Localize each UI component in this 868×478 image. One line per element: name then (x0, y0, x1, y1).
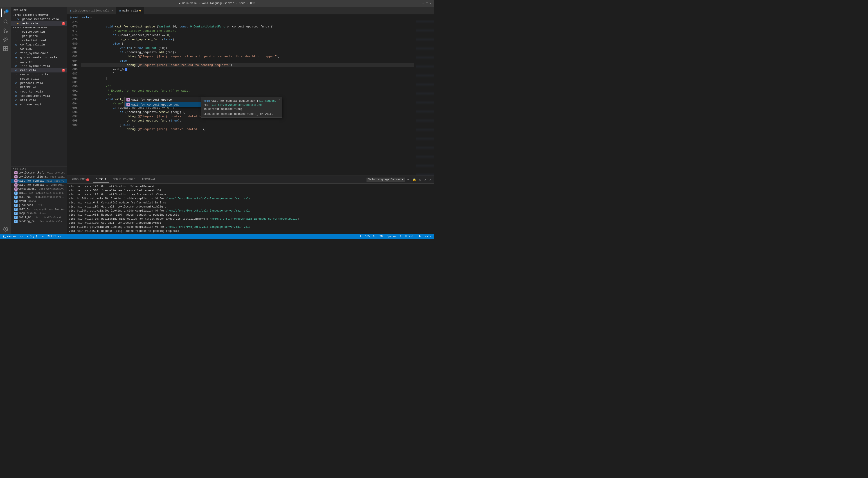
panel-wrap-icon[interactable]: ≡ (406, 177, 410, 182)
file-config-vala[interactable]: ◷ config.vala.in (11, 42, 67, 47)
panel-tab-output[interactable]: OUTPUT (93, 176, 109, 183)
file-list-symbols[interactable]: ◷ list_symbols.vala (11, 64, 67, 68)
outline-chevron: ▾ (12, 168, 14, 170)
outline-event[interactable]: F event ulong (11, 199, 67, 203)
outline-label: OUTLINE (15, 168, 26, 170)
open-editors-section[interactable]: ▾ OPEN EDITORS 1 UNSAVED (11, 13, 67, 17)
autocomplete-dropdown[interactable]: M wait_for_context_update M wait_for_con… (124, 97, 201, 107)
file-protocol[interactable]: ◷ protocol.vala (11, 81, 67, 85)
settings-activity-icon[interactable] (1, 226, 9, 234)
file-lint[interactable]: · lint.sh (11, 60, 67, 64)
titlebar-controls[interactable]: ─ □ ✕ (423, 2, 432, 5)
outline-textDocumentReferences[interactable]: M textDocumentReferences void textDocu..… (11, 171, 67, 175)
file-copying[interactable]: · COPYING (11, 47, 67, 51)
open-editors-chevron: ▾ (12, 14, 14, 17)
outline-g-sources[interactable]: F g_sources uint[] (11, 203, 67, 207)
status-branch-label: master (7, 235, 17, 238)
tab-girdoc-icon: ◷ (70, 9, 71, 12)
search-activity-icon[interactable] (1, 18, 9, 26)
code-content[interactable]: void wait_for_context_update (Variant id… (80, 20, 416, 176)
outline-notif-handlers[interactable]: F notif_handlers GLib.HashTable<string,V… (11, 215, 67, 219)
titlebar: ● main.vala - vala-language-server - Cod… (0, 0, 434, 7)
file-util[interactable]: ◷ util.vala (11, 98, 67, 102)
status-line-ending[interactable]: LF (417, 235, 422, 238)
panel-link-main2[interactable]: /home/pferro/Projects/vala-language-serv… (166, 209, 250, 212)
outline-textDocumentSignatureHelp[interactable]: M textDocumentSignatureHelp void textDo.… (11, 175, 67, 179)
field-icon: F (14, 200, 18, 203)
status-encoding-label: UTF-8 (405, 235, 413, 238)
autocomplete-detail-close-button[interactable]: ✕ (279, 98, 280, 101)
breadcrumb-file[interactable]: ◷ main.vala (70, 16, 89, 19)
autocomplete-item-label-2: wait_for_context_update_aux (131, 103, 179, 107)
file-vala-lint[interactable]: · .vala-lint.conf (11, 38, 67, 42)
open-editor-main[interactable]: ● main.vala 3 (11, 21, 67, 26)
minimize-icon[interactable]: ─ (423, 2, 424, 5)
outline-wait-for-context-update-aux[interactable]: M wait_for_context_update_aux void wait_… (11, 183, 67, 187)
file-editorconfig[interactable]: · .editor.config (11, 30, 67, 34)
svg-point-4 (4, 31, 5, 33)
outline-init-params[interactable]: F init_params LanguageServer.InitializeP… (11, 207, 67, 211)
panel-link-meson1[interactable]: /home/pferro/Projects/vala-language-serv… (210, 217, 298, 220)
outline-call-handlers[interactable]: F call_handlers GLib.HashTable<string,Vl… (11, 195, 67, 199)
panel-clear-icon[interactable]: ⊡ (418, 177, 422, 182)
panel-output-selector[interactable]: Vala Language Server ▾ (367, 178, 405, 182)
file-windows[interactable]: ◷ windows.vapi (11, 102, 67, 107)
autocomplete-item-wait-for-context-update[interactable]: M wait_for_context_update (125, 97, 201, 102)
status-branch[interactable]: master (2, 235, 17, 238)
minimap[interactable] (416, 20, 434, 176)
autocomplete-item-label-1: wait_for_context_update (131, 98, 172, 101)
status-encoding[interactable]: UTF-8 (405, 235, 414, 238)
file-meson-build[interactable]: · meson.build (11, 77, 67, 81)
svg-point-15 (3, 235, 4, 236)
panel-tab-problems[interactable]: PROBLEMS3 (69, 176, 92, 183)
panel-link-main1[interactable]: /home/pferro/Projects/vala-language-serv… (166, 197, 250, 200)
status-spaces[interactable]: Spaces: 4 (386, 235, 402, 238)
project-section[interactable]: ▾ VALA-LANGUAGE-SERVER (11, 26, 67, 30)
file-girdoc[interactable]: ◷ girdocumentation.vala (11, 55, 67, 60)
outline-workspaceSymbol[interactable]: M workspaceSymbol void workspaceSymbol..… (11, 187, 67, 191)
outline-builds[interactable]: F builds Gee.HashSet<Vls.BuildTarget> (11, 191, 67, 195)
status-cursor[interactable]: Ln 685, Col 20 (359, 235, 383, 238)
outline-wait-for-context-update[interactable]: M wait_for_context_update void wait_for_… (11, 179, 67, 183)
file-find-symbol[interactable]: ◷ find_symbol.vala (11, 51, 67, 55)
svg-rect-10 (6, 47, 8, 49)
panel-close-icon[interactable]: ✕ (429, 177, 432, 182)
outline-section-header[interactable]: ▾ OUTLINE (11, 167, 67, 171)
source-control-activity-icon[interactable] (1, 27, 9, 35)
maximize-icon[interactable]: □ (426, 2, 428, 5)
file-reporter[interactable]: ◷ reporter.vala (11, 90, 67, 94)
panel-link-main3[interactable]: /home/pferro/Projects/vala-language-serv… (166, 226, 250, 229)
code-editor[interactable]: 675 676 677 678 679 680 681 682 683 684 … (67, 20, 434, 176)
panel-content[interactable]: vls: main.vala:172: Got notification! $/… (67, 184, 434, 234)
panel-expand-icon[interactable]: ∧ (424, 177, 427, 182)
autocomplete-item-wait-for-context-update-aux[interactable]: M wait_for_context_update_aux (125, 102, 201, 107)
svg-point-0 (4, 20, 7, 23)
status-sync[interactable]: ⟳ (20, 235, 24, 238)
tab-girdoc-close[interactable]: ✕ (112, 9, 114, 12)
field-icon: F (14, 212, 18, 215)
file-meson-options[interactable]: · meson_options.txt (11, 72, 67, 77)
panel-tab-terminal[interactable]: TERMINAL (139, 176, 158, 183)
debug-activity-icon[interactable] (1, 35, 9, 44)
file-readme[interactable]: · README.md (11, 85, 67, 90)
open-editor-girdoc[interactable]: ◷ girdocumentation.vala (11, 17, 67, 21)
outline-loop[interactable]: F loop GLib.MainLoop (11, 211, 67, 215)
status-language[interactable]: Vala (424, 235, 432, 238)
svg-rect-11 (6, 49, 8, 51)
outline-pending-requests[interactable]: F pending_requests Gee.HashSet<Vls.Requ.… (11, 219, 67, 223)
tab-girdoc[interactable]: ◷ girdocumentation.vala ✕ (67, 7, 117, 14)
status-errors[interactable]: ⊗ 3 △ 0 (26, 235, 38, 238)
panel-lock-icon[interactable]: 🔒 (411, 177, 417, 182)
panel-tab-debug-console[interactable]: DEBUG CONSOLE (110, 176, 138, 183)
close-icon[interactable]: ✕ (430, 2, 432, 5)
tab-main[interactable]: ◷ main.vala (117, 7, 144, 14)
file-textdocument[interactable]: ◷ textdocument.vala (11, 94, 67, 98)
explorer-activity-icon[interactable]: ⎘ 1 (1, 8, 9, 17)
svg-line-1 (6, 23, 7, 23)
file-main[interactable]: ◷ main.vala 3 (11, 68, 67, 72)
extensions-activity-icon[interactable] (1, 44, 9, 53)
breadcrumb: ◷ main.vala > ... (67, 14, 434, 20)
vala-file-icon: ◷ (17, 18, 21, 21)
breadcrumb-path[interactable]: ... (93, 16, 98, 19)
file-gitignore[interactable]: · .gitignore (11, 34, 67, 38)
